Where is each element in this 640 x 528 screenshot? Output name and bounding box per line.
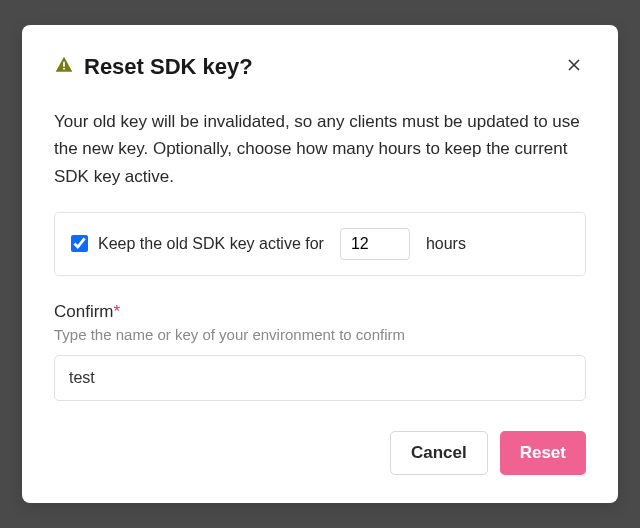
modal-header: Reset SDK key? [54, 53, 586, 80]
modal-description: Your old key will be invalidated, so any… [54, 108, 586, 190]
svg-rect-1 [63, 68, 65, 70]
keep-active-label-after: hours [426, 235, 466, 253]
reset-button[interactable]: Reset [500, 431, 586, 475]
close-icon [566, 57, 582, 76]
modal-title: Reset SDK key? [84, 54, 253, 80]
modal-footer: Cancel Reset [54, 431, 586, 475]
confirm-label-text: Confirm [54, 302, 114, 321]
confirm-input[interactable] [54, 355, 586, 401]
cancel-button[interactable]: Cancel [390, 431, 488, 475]
keep-active-label-before: Keep the old SDK key active for [98, 235, 324, 253]
confirm-hint: Type the name or key of your environment… [54, 326, 586, 343]
keep-active-checkbox[interactable] [71, 235, 88, 252]
warning-icon [54, 55, 74, 79]
confirm-label: Confirm* [54, 302, 586, 322]
reset-sdk-key-modal: Reset SDK key? Your old key will be inva… [22, 25, 618, 503]
required-indicator: * [114, 302, 121, 321]
svg-rect-0 [63, 61, 65, 66]
title-group: Reset SDK key? [54, 54, 253, 80]
hours-input[interactable] [340, 228, 410, 260]
close-button[interactable] [562, 53, 586, 80]
confirm-section: Confirm* Type the name or key of your en… [54, 302, 586, 401]
keep-active-section: Keep the old SDK key active for hours [54, 212, 586, 276]
